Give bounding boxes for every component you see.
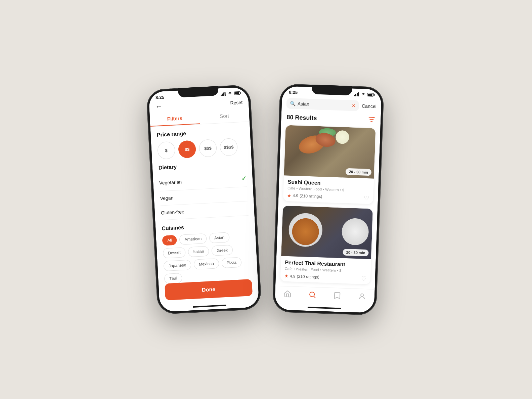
cuisine-all[interactable]: All (162, 235, 177, 246)
svg-rect-5 (234, 92, 239, 94)
svg-rect-7 (354, 95, 355, 96)
check-icon: ✓ (241, 175, 247, 182)
nav-home[interactable] (283, 290, 292, 300)
notch-right (312, 85, 352, 95)
nav-search[interactable] (308, 291, 316, 301)
svg-rect-12 (368, 93, 372, 95)
tab-filters[interactable]: Filters (149, 111, 200, 127)
right-phone-screen: 8:25 (274, 86, 382, 313)
star-rating-thai: ★ 4.9 (210 ratings) (284, 273, 320, 280)
svg-rect-10 (358, 92, 359, 96)
cuisine-pizza[interactable]: Pizza (221, 257, 242, 268)
svg-rect-13 (374, 94, 375, 96)
card-image-thai: 20 - 30 min (281, 206, 373, 259)
star-icon-2: ★ (284, 273, 289, 278)
cuisine-asian[interactable]: Asian (209, 232, 230, 243)
price-btn-4[interactable]: $$$$ (220, 138, 238, 157)
price-btn-3[interactable]: $$$ (199, 139, 217, 158)
tab-sort[interactable]: Sort (199, 108, 250, 124)
home-indicator-right (308, 307, 341, 309)
card-thai[interactable]: 20 - 30 min Perfect Thai Restaurant Cafe… (280, 206, 373, 284)
card-info-thai: Perfect Thai Restaurant Cafe • Western F… (280, 256, 371, 284)
card-sushi-queen[interactable]: 20 - 30 min Sushi Queen Cafe • Western F… (283, 125, 376, 204)
bottom-nav (275, 286, 375, 308)
dietary-gluten-label: Gluten-free (161, 209, 184, 216)
reset-button[interactable]: Reset (230, 99, 242, 105)
left-phone-screen: 8:25 (148, 87, 259, 312)
cuisine-mexican[interactable]: Mexican (193, 258, 219, 270)
card-rating-row-thai: ★ 4.9 (210 ratings) ♡ (284, 272, 367, 282)
nav-bookmark[interactable] (333, 292, 341, 302)
card-image-sushi: 20 - 30 min (284, 125, 375, 178)
rating-count-thai: (210 ratings) (297, 274, 319, 279)
signal-icon-right (354, 92, 359, 97)
search-input-wrap[interactable]: 🔍 Asian ✕ (286, 98, 359, 112)
filters-screen: 8:25 (148, 87, 259, 312)
wifi-icon-left (227, 91, 233, 96)
rating-value-sushi: 4.9 (293, 193, 298, 198)
rating-count-sushi: (210 ratings) (300, 193, 322, 199)
scene: 8:25 (152, 85, 380, 314)
svg-rect-3 (224, 92, 226, 96)
cuisine-thai[interactable]: Thai (164, 273, 182, 284)
dietary-vegan-label: Vegan (160, 195, 174, 201)
status-icons-left (220, 91, 241, 96)
search-value: Asian (298, 101, 350, 108)
svg-rect-6 (240, 92, 241, 94)
cuisine-japanese[interactable]: Japanese (163, 260, 191, 271)
search-screen: 8:25 (274, 86, 382, 313)
results-count: 80 Results (286, 114, 317, 122)
cuisine-greek[interactable]: Greek (212, 245, 233, 256)
right-phone: 8:25 (272, 84, 384, 315)
price-btn-1[interactable]: $ (157, 141, 176, 160)
svg-rect-0 (221, 94, 222, 96)
filter-icon[interactable] (368, 116, 375, 125)
svg-rect-2 (223, 92, 224, 96)
food2-plate-2 (341, 218, 369, 246)
filters-body: Price range $ $$ $$$ $$$$ Dietary Vegeta… (150, 122, 258, 284)
wifi-icon-right (361, 92, 366, 97)
price-btn-2[interactable]: $$ (178, 140, 196, 159)
battery-icon-right (367, 92, 375, 97)
nav-profile[interactable] (358, 292, 366, 303)
battery-icon-left (234, 91, 241, 96)
status-icons-right (354, 92, 375, 97)
search-icon: 🔍 (290, 101, 296, 106)
svg-rect-1 (222, 93, 223, 96)
signal-icon-left (220, 92, 226, 97)
card-info-sushi: Sushi Queen Cafe • Western Food • Wester… (283, 175, 374, 204)
cancel-button[interactable]: Cancel (362, 103, 376, 109)
cuisine-desset[interactable]: Desset (163, 247, 186, 258)
dietary-vegetarian-label: Vegetarian (159, 179, 182, 185)
svg-point-15 (361, 294, 363, 297)
svg-rect-9 (357, 93, 358, 96)
star-icon-1: ★ (287, 193, 292, 198)
time-badge-1: 20 - 30 min (346, 168, 372, 176)
rating-value-thai: 4.9 (290, 274, 296, 279)
card-rating-row-sushi: ★ 4.9 (210 ratings) ♡ (287, 192, 369, 202)
price-options: $ $$ $$$ $$$$ (157, 137, 245, 160)
heart-icon-sushi[interactable]: ♡ (364, 194, 369, 202)
cuisine-american[interactable]: American (179, 233, 207, 245)
status-time-right: 8:25 (289, 90, 298, 95)
price-range-title: Price range (157, 127, 244, 138)
left-phone: 8:25 (146, 84, 262, 314)
food-bowl (336, 130, 349, 144)
time-badge-2: 20 - 30 min (343, 249, 369, 256)
star-rating-sushi: ★ 4.9 (210 ratings) (287, 193, 322, 199)
clear-search-button[interactable]: ✕ (352, 103, 356, 108)
back-button[interactable]: ← (155, 102, 162, 110)
svg-rect-8 (355, 94, 356, 96)
status-time-left: 8:25 (156, 95, 165, 100)
cuisine-italian[interactable]: Italian (188, 246, 210, 257)
cuisines-title: Cuisines (162, 221, 249, 232)
heart-icon-thai[interactable]: ♡ (361, 275, 366, 282)
home-indicator-left (193, 305, 226, 308)
cuisines-grid: All American Asian Desset Italian Greek … (162, 231, 252, 284)
dietary-title: Dietary (158, 160, 246, 171)
